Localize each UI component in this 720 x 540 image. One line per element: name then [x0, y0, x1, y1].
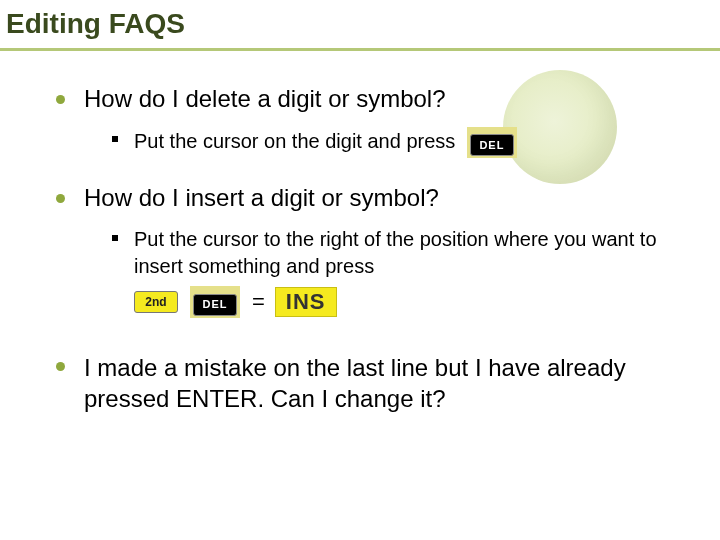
del-key-icon: DEL [470, 134, 514, 156]
title-bar: Editing FAQS [0, 0, 720, 51]
faq-question-1-text: How do I delete a digit or symbol? [84, 85, 446, 112]
faq-question-2-text: How do I insert a digit or symbol? [84, 184, 439, 211]
faq-question-1: How do I delete a digit or symbol? [56, 85, 702, 113]
faq-answer-2-text: Put the cursor to the right of the posit… [134, 228, 657, 277]
bullet-icon [56, 362, 65, 371]
ins-key-icon: INS [275, 287, 337, 317]
slide-title: Editing FAQS [0, 8, 185, 40]
faq-question-2: How do I insert a digit or symbol? [56, 184, 702, 212]
del-key-icon: DEL [193, 294, 237, 316]
del-key-wrap: DEL [190, 286, 240, 317]
faq-answer-1: Put the cursor on the digit and press DE… [56, 127, 702, 158]
faq-answer-1-text: Put the cursor on the digit and press [134, 130, 455, 152]
second-key-icon: 2nd [134, 291, 178, 313]
del-key-wrap: DEL [467, 127, 517, 158]
content-area: How do I delete a digit or symbol? Put t… [0, 51, 720, 414]
bullet-icon [56, 95, 65, 104]
equals-sign: = [252, 287, 265, 317]
faq-question-3: I made a mistake on the last line but I … [56, 352, 702, 414]
bullet-icon [56, 194, 65, 203]
faq-answer-2: Put the cursor to the right of the posit… [56, 226, 702, 317]
key-combo-row: 2nd DEL = INS [134, 286, 702, 317]
square-bullet-icon [112, 136, 118, 142]
square-bullet-icon [112, 235, 118, 241]
faq-question-3-text: I made a mistake on the last line but I … [84, 354, 626, 412]
